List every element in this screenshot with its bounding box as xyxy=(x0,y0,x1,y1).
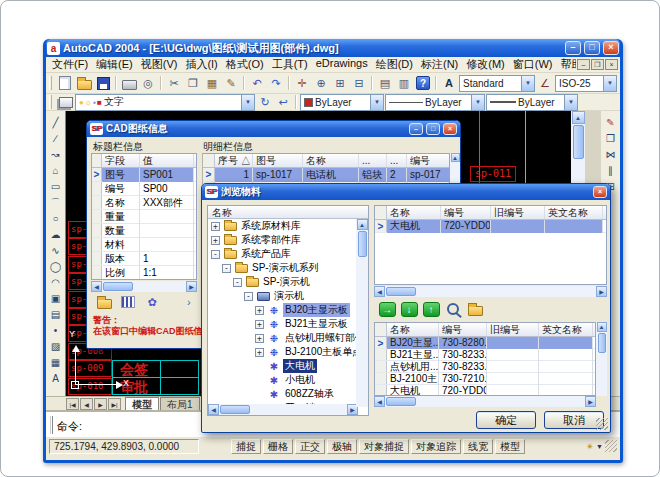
status-toggle[interactable]: 线宽 xyxy=(463,439,493,454)
doc-restore-button[interactable]: ❐ xyxy=(591,59,604,70)
grid-row[interactable]: 材料 xyxy=(92,238,196,252)
scroll-right-icon[interactable]: ▶ xyxy=(596,286,607,297)
grid-row[interactable]: >大电机720-YDD0... xyxy=(375,220,606,233)
tab-nav-icon[interactable]: ◀ xyxy=(80,398,93,410)
column-header[interactable]: ... xyxy=(359,154,387,167)
column-header[interactable]: 名称 xyxy=(387,323,439,336)
menu-item[interactable]: 标注(N) xyxy=(417,57,462,72)
tab-model[interactable]: 模型 xyxy=(125,397,159,410)
scroll-thumb[interactable] xyxy=(598,333,606,353)
menu-item[interactable]: 插入(I) xyxy=(181,57,221,72)
tree-expander-icon[interactable]: + xyxy=(255,334,264,343)
scroll-left-icon[interactable]: ◀ xyxy=(91,281,102,292)
tab-nav-icon[interactable]: ▶| xyxy=(108,398,121,410)
browse-dialog-titlebar[interactable]: SP 浏览物料 × xyxy=(202,184,610,200)
plot-icon[interactable] xyxy=(120,75,138,92)
zoom-realtime-icon[interactable]: ⊕ xyxy=(312,75,330,92)
text-icon[interactable]: A xyxy=(47,371,64,386)
combo-arrow-icon[interactable]: ▼ xyxy=(241,95,254,110)
mirror-icon[interactable]: ⋈ xyxy=(602,147,619,162)
ellipse-arc-icon[interactable]: ◠ xyxy=(47,275,64,290)
status-toggle[interactable]: 极轴 xyxy=(327,439,357,454)
scroll-thumb[interactable] xyxy=(386,287,416,296)
lineweight-combo[interactable]: ByLayer ▼ xyxy=(486,94,578,111)
scroll-thumb[interactable] xyxy=(103,282,133,291)
column-header[interactable]: 名称 xyxy=(387,206,441,219)
tree-item[interactable]: +❉BJ-2100主板单点 xyxy=(208,345,368,359)
grid-row[interactable]: 大电机720-YDD0... xyxy=(375,385,595,396)
status-toggle[interactable]: 对象捕捉 xyxy=(359,439,409,454)
zoom-window-icon[interactable]: ⊞ xyxy=(331,75,349,92)
minimize-button[interactable]: – xyxy=(565,41,581,55)
toolbar-grip[interactable] xyxy=(49,95,52,109)
column-header[interactable]: 英文名称 xyxy=(539,323,593,336)
text-style-icon[interactable]: A xyxy=(440,75,458,92)
revision-cloud-icon[interactable]: ☁ xyxy=(47,227,64,242)
status-toggle[interactable]: 正交 xyxy=(295,439,325,454)
ellipse-icon[interactable]: ◯ xyxy=(47,259,64,274)
column-header[interactable]: 字段 xyxy=(102,154,140,167)
communication-center-icon[interactable]: ✴ xyxy=(586,441,594,452)
tree-item[interactable]: -SP-演示机 xyxy=(208,275,368,289)
grid-row[interactable]: 版本1 xyxy=(92,252,196,266)
rectangle-icon[interactable]: ▭ xyxy=(47,179,64,194)
tree-expander-icon[interactable]: + xyxy=(211,236,220,245)
design-center-icon[interactable]: ▥ xyxy=(395,75,413,92)
spline-icon[interactable]: ∿ xyxy=(47,243,64,258)
save-icon[interactable] xyxy=(94,75,112,92)
tree-expander-icon[interactable]: + xyxy=(255,306,264,315)
make-object-layer-current-icon[interactable]: ↻ xyxy=(256,94,274,111)
scroll-up-icon[interactable]: ▲ xyxy=(451,153,460,162)
column-header[interactable]: 旧编号 xyxy=(487,323,539,336)
open-file-icon[interactable] xyxy=(75,75,93,92)
arc-icon[interactable]: ⌒ xyxy=(47,195,64,210)
tray-dropdown-icon[interactable]: ▼ xyxy=(596,443,603,450)
dialog-minimize-button[interactable]: – xyxy=(409,123,423,135)
menu-item[interactable]: 编辑(E) xyxy=(92,57,137,72)
grid-row[interactable]: >1sp-1017电话机铝块2sp-017 xyxy=(203,168,449,182)
dialog-maximize-button[interactable]: □ xyxy=(426,123,440,135)
tree-expander-icon[interactable]: + xyxy=(255,320,264,329)
tree-item[interactable]: +❉BJ21主显示板 xyxy=(208,317,368,331)
status-toggle[interactable]: 捕捉 xyxy=(231,439,261,454)
dim-style-icon[interactable]: ∠ xyxy=(536,75,554,92)
tab-nav-icon[interactable]: ▶ xyxy=(94,398,107,410)
layers-icon[interactable] xyxy=(56,94,74,111)
dialog-close-button[interactable]: × xyxy=(443,123,457,135)
column-header[interactable]: 值 xyxy=(140,154,194,167)
tree-item[interactable]: -SP-演示机系列 xyxy=(208,261,368,275)
tree-item[interactable]: -系统产品库 xyxy=(208,247,368,261)
insert-block-icon[interactable]: ▣ xyxy=(47,291,64,306)
column-header[interactable]: ... xyxy=(387,154,407,167)
grid-row[interactable]: 数量 xyxy=(92,224,196,238)
title-bar[interactable]: a AutoCAD 2004 - [E:\UG\dwg\图纸\测试用图(部件).… xyxy=(46,39,620,57)
scroll-right-icon[interactable]: ▶ xyxy=(186,281,197,292)
redo-icon[interactable]: ↷ xyxy=(267,75,285,92)
tree-expander-icon[interactable]: - xyxy=(233,278,242,287)
scroll-left-icon[interactable]: ◀ xyxy=(208,404,219,415)
dim-style-combo[interactable]: ISO-25▼ xyxy=(555,75,617,92)
combo-arrow-icon[interactable]: ▼ xyxy=(564,95,577,110)
doc-close-button[interactable]: × xyxy=(605,59,618,70)
paste-icon[interactable]: ▦ xyxy=(203,75,221,92)
scroll-left-icon[interactable]: ◀ xyxy=(374,396,385,407)
plot-preview-icon[interactable]: ◎ xyxy=(139,75,157,92)
region-icon[interactable]: ▦ xyxy=(47,355,64,370)
column-header[interactable]: 序号 △ xyxy=(215,154,253,167)
ok-button[interactable]: 确定 xyxy=(476,411,536,429)
color-combo[interactable]: ByLayer ▼ xyxy=(300,94,384,111)
cut-icon[interactable]: ✂ xyxy=(165,75,183,92)
download-icon[interactable]: ↓ xyxy=(400,301,418,317)
open-item-icon[interactable] xyxy=(466,301,484,317)
menu-item[interactable]: 视图(V) xyxy=(137,57,182,72)
tree-item[interactable]: +❉点钞机用螺钉部件 xyxy=(208,331,368,345)
dialog-resize-grip[interactable] xyxy=(596,418,608,430)
menu-item[interactable]: 绘图(D) xyxy=(372,57,417,72)
grid-row[interactable]: >BJ20主显...730-8280... xyxy=(375,337,595,349)
tree-item[interactable]: +✱大电机 xyxy=(208,359,368,373)
top-grid-hscrollbar[interactable]: ◀ ▶ xyxy=(374,286,607,297)
tab-layout[interactable]: 布局1 xyxy=(160,397,200,410)
status-toggle[interactable]: 对象追踪 xyxy=(411,439,461,454)
tree-item[interactable]: +系统原材料库 xyxy=(208,219,368,233)
scroll-thumb[interactable] xyxy=(386,397,416,406)
